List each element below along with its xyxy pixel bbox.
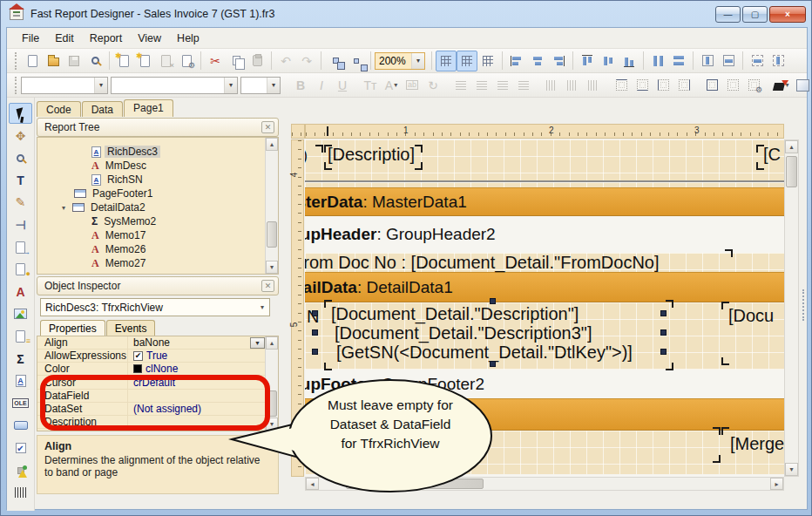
align-horz-centers[interactable]	[527, 51, 548, 71]
checkbox-icon[interactable]: ✔	[133, 351, 143, 361]
scroll-down-icon[interactable]: ▾	[785, 463, 798, 476]
report-tree-scrollbar[interactable]: ▴ ▾	[265, 138, 278, 274]
selection-handle[interactable]	[312, 349, 318, 355]
font-color[interactable]: A▾	[381, 75, 402, 96]
vert-align-center[interactable]	[562, 75, 583, 96]
memo-description[interactable]: [Document_Detail."Description"]	[331, 304, 579, 324]
scroll-thumb[interactable]	[786, 156, 797, 187]
align-left-edges[interactable]	[506, 51, 527, 71]
frame-right[interactable]	[673, 75, 694, 96]
text-highlight[interactable]: ab	[402, 75, 423, 96]
menu-help[interactable]: Help	[169, 29, 207, 48]
center-vertically[interactable]	[718, 51, 739, 71]
tree-item-memo27[interactable]: AMemo27	[91, 256, 148, 270]
property-row-allowexpressions[interactable]: AllowExpressions✔True	[37, 350, 265, 363]
text-align-center[interactable]	[471, 75, 492, 96]
align-bottom-edges[interactable]	[619, 51, 639, 71]
dock-splitter-grip[interactable]	[802, 289, 806, 321]
tree-item-mmdesc[interactable]: AMmDesc	[91, 159, 149, 173]
report-tree-close-icon[interactable]: ✕	[261, 121, 274, 133]
selection-handle[interactable]	[490, 298, 496, 304]
new-report-page[interactable]: ✱	[113, 51, 134, 71]
barcode-object[interactable]	[9, 482, 32, 503]
align-to-grid[interactable]	[457, 51, 477, 71]
space-horizontally[interactable]	[647, 51, 668, 71]
frame-edit[interactable]: ⚙	[743, 75, 764, 96]
selection-handle[interactable]	[660, 310, 667, 316]
selection-handle[interactable]	[660, 349, 667, 355]
underline[interactable]: U	[332, 75, 353, 96]
style-select[interactable]: ▾	[21, 77, 108, 94]
align-top-edges[interactable]	[577, 51, 598, 71]
property-value[interactable]: ✔True	[128, 350, 265, 362]
design-vertical-scrollbar[interactable]: ▴ ▾	[784, 139, 799, 477]
object-inspector-header[interactable]: Object Inspector ✕	[37, 276, 279, 295]
scroll-up-icon[interactable]: ▴	[266, 138, 278, 151]
same-width[interactable]	[747, 51, 768, 71]
inspector-tab-properties[interactable]: Properties	[40, 320, 105, 336]
new-dialog-page[interactable]: ✱	[134, 51, 155, 71]
align-vert-centers[interactable]	[598, 51, 619, 71]
insert-band[interactable]: ⊣	[9, 214, 32, 235]
tree-item-richsn[interactable]: ARichSN	[91, 173, 145, 187]
italic[interactable]: I	[311, 75, 332, 96]
tree-item-sysmemo2[interactable]: ΣSysMemo2	[91, 214, 159, 228]
scroll-thumb[interactable]	[267, 221, 277, 248]
redo[interactable]: ↷	[296, 51, 317, 71]
memo-getsn[interactable]: [GetSN(<Document_Detail."DtlKey">)]	[336, 343, 633, 363]
save-report[interactable]	[64, 51, 85, 71]
text-align-right[interactable]	[492, 75, 513, 96]
zoom-select[interactable]: 200%▾	[375, 52, 425, 70]
delete-page[interactable]: ×	[155, 51, 176, 71]
object-inspector-close-icon[interactable]: ✕	[261, 280, 274, 292]
paste[interactable]	[247, 51, 267, 71]
band-caption-groupheader[interactable]: GroupHeader: GroupHeader2	[305, 216, 784, 253]
font-name-select[interactable]: ▾	[111, 77, 238, 94]
dropdown-button[interactable]: ▼	[250, 337, 265, 349]
frame-none[interactable]	[722, 75, 743, 96]
memo-fragment-doc[interactable]: [Docu	[728, 306, 774, 326]
memo-fragment-right[interactable]: [C	[763, 145, 781, 165]
ungroup[interactable]	[346, 51, 367, 71]
font-size-select[interactable]: ▾	[240, 77, 281, 94]
selection-handle[interactable]	[660, 329, 667, 336]
selection-handle[interactable]	[490, 361, 496, 367]
text-justify[interactable]	[513, 75, 534, 96]
text-edit-tool[interactable]: T	[9, 170, 32, 191]
vert-align-bottom[interactable]	[583, 75, 604, 96]
selection-handle[interactable]	[312, 329, 318, 336]
memo-fragment[interactable]: )	[305, 146, 308, 165]
menu-report[interactable]: Report	[82, 29, 131, 48]
zoom-tool[interactable]	[9, 147, 32, 168]
same-height[interactable]	[768, 51, 788, 71]
frame-color[interactable]	[792, 75, 812, 96]
property-row-align[interactable]: AlignbaNone▼	[37, 336, 265, 350]
chevron-down-icon[interactable]: ▾	[411, 53, 424, 69]
copy[interactable]	[226, 51, 247, 71]
selection-handle[interactable]	[312, 310, 318, 316]
preview[interactable]	[85, 51, 105, 71]
menu-edit[interactable]: Edit	[47, 29, 82, 48]
toolbar-grip[interactable]	[15, 52, 17, 70]
memo-description-header[interactable]: [Descriptio]	[328, 145, 415, 165]
ole-object[interactable]: OLE	[9, 393, 32, 414]
scroll-down-icon[interactable]: ▾	[266, 261, 278, 274]
text-align-left[interactable]	[450, 75, 471, 96]
lines-object[interactable]: ≡	[9, 326, 32, 347]
close-button[interactable]: ×	[769, 6, 806, 23]
chevron-down-icon[interactable]: ▾	[94, 78, 107, 93]
maximize-button[interactable]: ▢	[742, 6, 768, 23]
undo[interactable]: ↶	[275, 51, 296, 71]
new-report[interactable]	[22, 51, 43, 71]
tree-item-pagefooter1[interactable]: PageFooter1	[74, 187, 155, 200]
tree-item-detaildata2[interactable]: ▾DetailData2	[62, 200, 148, 214]
vert-align-top[interactable]	[541, 75, 562, 96]
space-vertically[interactable]	[668, 51, 689, 71]
chevron-down-icon[interactable]: ▾	[267, 78, 280, 93]
checkbox-object[interactable]: ✔	[9, 438, 32, 458]
memo-description3[interactable]: [Document_Detail."Description3"]	[335, 323, 592, 343]
tab-page1[interactable]: Page1	[124, 99, 173, 117]
system-text-object[interactable]: Σ	[9, 349, 32, 370]
menu-view[interactable]: View	[130, 29, 169, 48]
frame-left[interactable]	[653, 75, 673, 96]
